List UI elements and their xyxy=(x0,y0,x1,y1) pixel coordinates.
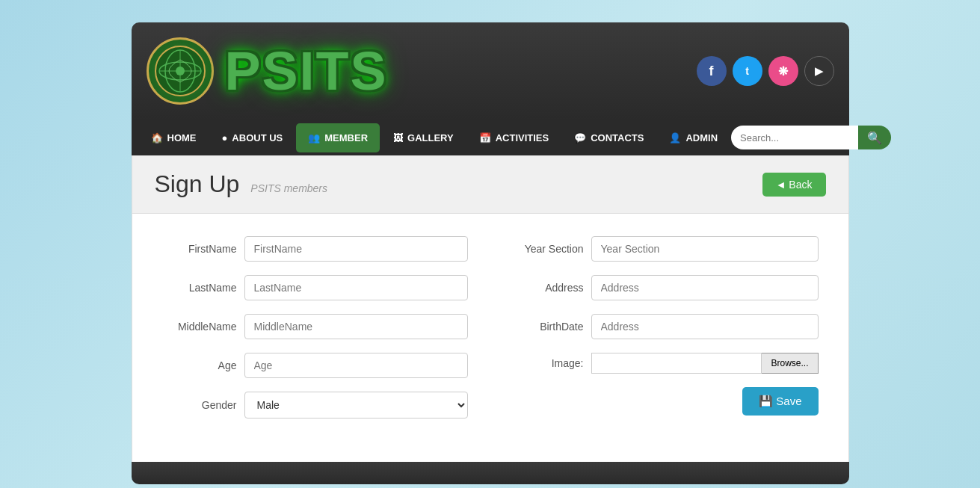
left-column: FirstName LastName MiddleName Age xyxy=(162,236,468,432)
footer xyxy=(132,462,849,484)
nav-admin-label: ADMIN xyxy=(685,132,718,143)
save-row: 💾 Save xyxy=(513,387,819,416)
member-icon: 👥 xyxy=(308,132,320,143)
age-label: Age xyxy=(162,359,237,371)
form-area: FirstName LastName MiddleName Age xyxy=(132,214,848,462)
lastname-label: LastName xyxy=(162,282,237,294)
header-left: PSITS xyxy=(147,37,388,105)
youtube-icon[interactable]: ▶ xyxy=(804,56,834,86)
lastname-row: LastName xyxy=(162,275,468,300)
page-title-area: Sign Up PSITS members xyxy=(155,170,328,198)
address-row: Address xyxy=(513,275,819,300)
image-label: Image: xyxy=(513,357,584,369)
nav-contacts-label: CONTACTS xyxy=(591,132,644,143)
main-content: Sign Up PSITS members ◄ Back FirstName L… xyxy=(132,155,849,462)
twitter-icon[interactable]: t xyxy=(733,56,762,86)
nav-gallery-label: GALLERY xyxy=(407,132,454,143)
birthdate-label: BirthDate xyxy=(513,321,584,333)
firstname-input[interactable] xyxy=(244,236,468,262)
nav-about[interactable]: ● ABOUT US xyxy=(210,123,295,152)
activities-icon: 📅 xyxy=(479,132,491,143)
middlename-input[interactable] xyxy=(244,314,468,339)
nav-activities[interactable]: 📅 ACTIVITIES xyxy=(467,123,561,152)
nav-about-label: ABOUT US xyxy=(232,132,283,143)
admin-icon: 👤 xyxy=(669,132,681,143)
nav-activities-label: ACTIVITIES xyxy=(496,132,549,143)
age-input[interactable] xyxy=(244,353,468,378)
gender-select[interactable]: Male Female xyxy=(244,392,468,418)
file-input-wrapper: Browse... xyxy=(591,353,819,374)
nav-gallery[interactable]: 🖼 GALLERY xyxy=(381,123,466,152)
page-header: Sign Up PSITS members ◄ Back xyxy=(132,155,848,214)
nav-member[interactable]: 👥 MEMBER xyxy=(296,123,380,152)
dribbble-icon[interactable]: ❋ xyxy=(768,56,798,86)
about-icon: ● xyxy=(222,132,228,143)
gallery-icon: 🖼 xyxy=(393,132,403,143)
nav-contacts[interactable]: 💬 CONTACTS xyxy=(562,123,656,152)
nav-home[interactable]: 🏠 HOME xyxy=(139,123,209,152)
save-button[interactable]: 💾 Save xyxy=(742,387,818,416)
middlename-row: MiddleName xyxy=(162,314,468,339)
nav-member-label: MEMBER xyxy=(324,132,368,143)
birthdate-input[interactable] xyxy=(591,314,819,339)
firstname-label: FirstName xyxy=(162,243,237,255)
gender-label: Gender xyxy=(162,399,237,411)
nav-home-label: HOME xyxy=(167,132,197,143)
age-row: Age xyxy=(162,353,468,378)
nav-admin[interactable]: 👤 ADMIN xyxy=(657,123,730,152)
browse-button[interactable]: Browse... xyxy=(762,353,818,374)
address-input[interactable] xyxy=(591,275,819,300)
firstname-row: FirstName xyxy=(162,236,468,262)
logo xyxy=(147,37,214,105)
file-path-input[interactable] xyxy=(591,353,762,374)
yearsection-row: Year Section xyxy=(513,236,819,262)
site-title: PSITS xyxy=(225,44,388,98)
address-label: Address xyxy=(513,282,584,294)
right-column: Year Section Address BirthDate Image: xyxy=(513,236,819,432)
birthdate-row: BirthDate xyxy=(513,314,819,339)
gender-row: Gender Male Female xyxy=(162,392,468,418)
social-icons: f t ❋ ▶ xyxy=(697,56,834,86)
image-row: Image: Browse... xyxy=(513,353,819,374)
contacts-icon: 💬 xyxy=(574,132,586,143)
search-area: 🔍 xyxy=(731,126,891,149)
header: PSITS f t ❋ ▶ xyxy=(132,22,849,120)
back-button[interactable]: ◄ Back xyxy=(762,173,826,197)
page-subtitle: PSITS members xyxy=(250,182,327,194)
lastname-input[interactable] xyxy=(244,275,468,300)
search-button[interactable]: 🔍 xyxy=(858,126,891,149)
yearsection-label: Year Section xyxy=(513,243,584,255)
middlename-label: MiddleName xyxy=(162,321,237,333)
facebook-icon[interactable]: f xyxy=(697,56,727,86)
navbar: 🏠 HOME ● ABOUT US 👥 MEMBER 🖼 GALLERY 📅 A… xyxy=(132,120,849,155)
yearsection-input[interactable] xyxy=(591,236,819,262)
search-input[interactable] xyxy=(731,126,858,149)
page-title: Sign Up xyxy=(155,170,240,198)
home-icon: 🏠 xyxy=(151,132,163,143)
signup-form: FirstName LastName MiddleName Age xyxy=(162,236,819,432)
